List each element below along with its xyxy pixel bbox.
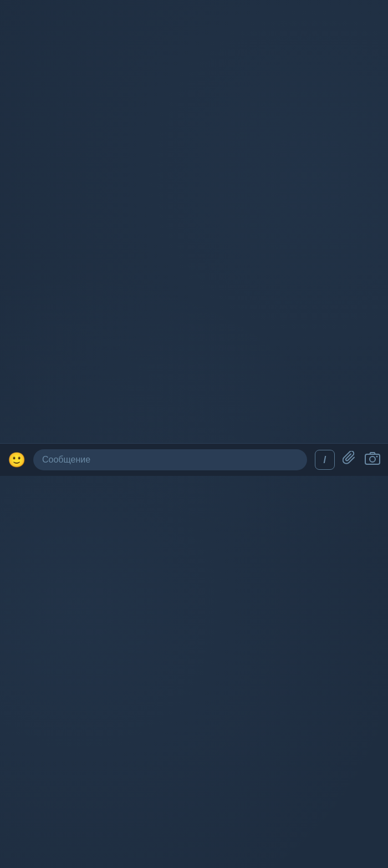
chat-name: Книги (67, 31, 96, 43)
camera-button[interactable] (365, 451, 380, 469)
chat-header: ← 📚 Книги 🔇 124 участника ⋮ (0, 23, 388, 62)
bot-avatar: 📚 (9, 376, 33, 400)
battery-indicator: 90 (364, 8, 377, 18)
book-1-link[interactable]: /download691326 (110, 205, 180, 215)
wifi-icon: 📶 (328, 7, 339, 18)
pagination-row: « 1 ‹ 4 5 6 · 7 · (0, 407, 388, 432)
book-2-title: The Serpent Sea (48, 225, 117, 235)
slash-button[interactable]: / (315, 450, 335, 470)
svg-point-7 (24, 113, 27, 119)
status-icons: 📶 ▋▋▋ 90 (328, 7, 377, 18)
book-2-series: Books of the Raksura (2) (48, 236, 370, 246)
anastasia-bubble: Anastasia Kusto Martha wells 08:41 (39, 97, 316, 130)
book-3-title-line: Edge of Worlds - en (48, 278, 370, 288)
status-time: 10:40 (11, 7, 37, 18)
back-button[interactable]: ← (9, 33, 25, 52)
book-2-download: Скачать книгу: /download691327 (48, 258, 370, 268)
book-3-download: Скачать книгу: /download691329 (48, 312, 370, 322)
book-entry-4: The Harbors of the Sun - en Books of the… (48, 332, 370, 375)
svg-point-4 (14, 121, 28, 130)
book-2-author: Марта Уэллс (48, 247, 370, 257)
book-1-author: Марта Уэллс (48, 194, 370, 204)
book-4-link[interactable]: /download691330 (110, 365, 180, 374)
book-4-author: Марта Уэллс (48, 354, 370, 364)
page-btn-prev[interactable]: ‹ 4 (168, 412, 188, 428)
book-entry-2: The Serpent Sea - en Books of the Raksur… (48, 225, 370, 268)
anastasia-avatar (9, 106, 33, 130)
book-1-title: The Cloud Roads (48, 172, 121, 181)
bot-msg-footer: 08:41 (48, 385, 370, 393)
anastasia-message-row: Anastasia Kusto Martha wells 08:41 (9, 97, 379, 130)
book-4-title: The Harbors of the Sun (48, 332, 146, 341)
svg-point-10 (376, 456, 378, 458)
top-partial-bubble: в @booksave_robot: 📦💎 ТОР 08:41 (39, 71, 379, 93)
svg-point-6 (16, 113, 18, 119)
signal-icon: ▋▋▋ (342, 8, 360, 17)
book-entry-1: The Cloud Roads - en Books of the Raksur… (48, 172, 370, 215)
book-2-lang: - en (120, 225, 135, 235)
book-4-title-line: The Harbors of the Sun - en (48, 332, 370, 342)
top-badge: ТОР (157, 78, 176, 87)
mute-icon: 🔇 (101, 32, 112, 43)
book-3-lang: - en (115, 278, 131, 288)
bot-name: Flibusta Book — Книги (48, 143, 139, 152)
header-title-row: Книги 🔇 (67, 31, 351, 43)
attach-button[interactable] (343, 451, 357, 469)
top-partial-text: в @booksave_robot: 📦💎 (47, 77, 153, 87)
book-4-download: Скачать книгу: /download691330 (48, 365, 370, 375)
page-btn-6[interactable]: 6 (212, 412, 226, 428)
book-1-title-line: The Cloud Roads - en (48, 172, 370, 182)
bot-bubble: Flibusta Book — Книги админ Найдено: 34 … (39, 135, 379, 400)
messages-area: 📚 в @booksave_robot: 📦💎 ТОР 08:41 (0, 62, 388, 443)
emoji-button[interactable]: 🙂 (8, 451, 25, 469)
book-2-title-line: The Serpent Sea - en (48, 225, 370, 235)
book-1-series: Books of the Raksura (1) (48, 183, 370, 193)
message-placeholder: Сообщение (42, 455, 90, 464)
book-3-link[interactable]: /download691329 (110, 312, 180, 321)
page-btn-5[interactable]: 5 (197, 414, 203, 425)
bot-header: Flibusta Book — Книги админ (48, 143, 370, 152)
anastasia-time: 08:41 (108, 117, 125, 125)
book-4-lang: - en (148, 332, 164, 341)
anastasia-text: Martha wells (47, 114, 99, 125)
svg-rect-8 (365, 454, 380, 464)
book-2-link[interactable]: /download691327 (110, 258, 180, 268)
input-bar: 🙂 Сообщение / (0, 443, 388, 476)
book-1-download: Скачать книгу: /download691326 (48, 205, 370, 215)
book-4-series: Books of the Raksura (5) (48, 343, 370, 353)
book-3-author: Марта Уэллс (48, 301, 370, 311)
chat-avatar: 📚 (32, 28, 60, 56)
svg-point-9 (370, 456, 375, 462)
top-partial-row: 📚 в @booksave_robot: 📦💎 ТОР 08:41 (9, 68, 379, 93)
admin-badge: админ (144, 143, 165, 151)
anastasia-name: Anastasia Kusto (47, 103, 308, 112)
book-3-series: Books of the Raksura (4) (48, 290, 370, 300)
status-bar: 10:40 📶 ▋▋▋ 90 (0, 0, 388, 23)
page-btn-7[interactable]: · 7 · (235, 414, 252, 425)
top-msg-time: 08:41 (355, 78, 371, 86)
header-info: Книги 🔇 124 участника (67, 31, 351, 53)
message-input[interactable]: Сообщение (33, 449, 307, 470)
page-btn-first[interactable]: « 1 (136, 412, 159, 428)
top-msg-avatar: 📚 (9, 68, 33, 93)
found-count: Найдено: 34 книги (48, 154, 370, 164)
participant-count: 124 участника (67, 44, 351, 53)
book-3-title: Edge of Worlds (48, 278, 113, 288)
bot-message-row: 📚 Flibusta Book — Книги админ Найдено: 3… (9, 135, 379, 400)
book-1-lang: - en (123, 172, 139, 181)
books-icon: 📚 (39, 35, 54, 49)
more-button[interactable]: ⋮ (358, 33, 379, 52)
book-entry-3: Edge of Worlds - en Books of the Raksura… (48, 278, 370, 322)
bot-msg-time: 08:41 (354, 385, 370, 393)
